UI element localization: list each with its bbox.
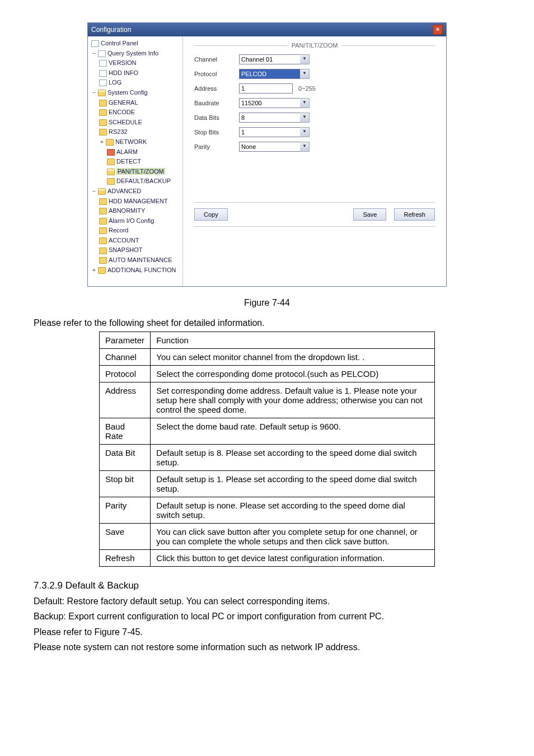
func-cell: Select the dome baud rate. Default setup… xyxy=(151,418,435,445)
folder-icon xyxy=(99,129,107,136)
chevron-down-icon[interactable]: ▼ xyxy=(300,54,310,64)
tree-query[interactable]: Query System Info xyxy=(107,50,158,57)
channel-label: Channel xyxy=(194,56,239,63)
tree-advanced[interactable]: ADVANCED xyxy=(107,188,141,194)
gear-icon xyxy=(98,188,106,195)
protocol-select[interactable] xyxy=(239,69,301,79)
section-heading: 7.3.2.9 Default & Backup xyxy=(34,580,500,591)
doc-icon xyxy=(99,80,107,86)
tree-item[interactable]: HDD MANAGEMENT xyxy=(99,197,181,207)
folder-icon xyxy=(99,237,107,244)
tree-item[interactable]: AUTO MAINTENANCE xyxy=(99,255,181,265)
baudrate-select[interactable] xyxy=(239,98,301,108)
folder-icon xyxy=(99,218,107,225)
folder-icon xyxy=(98,90,106,96)
channel-select[interactable] xyxy=(239,54,301,64)
databits-label: Data Bits xyxy=(194,114,239,121)
parity-select[interactable] xyxy=(239,142,301,152)
table-row: ChannelYou can select monitor channel fr… xyxy=(100,349,435,366)
save-button[interactable]: Save xyxy=(353,208,386,221)
func-cell: Set corresponding dome address. Default … xyxy=(151,382,435,418)
tree-item[interactable]: DEFAULT/BACKUP xyxy=(107,176,181,186)
param-cell: Channel xyxy=(100,349,151,366)
folder-icon xyxy=(99,100,107,106)
tree-addfunc[interactable]: ADDTIONAL FUNCTION xyxy=(107,267,176,273)
refresh-button[interactable]: Refresh xyxy=(394,208,435,221)
address-input[interactable] xyxy=(239,83,293,94)
tree-item[interactable]: GENERAL xyxy=(99,98,181,108)
body-text: Default: Restore factory default setup. … xyxy=(34,595,500,608)
button-bar: Copy Save Refresh xyxy=(194,202,435,227)
stopbits-select[interactable] xyxy=(239,127,301,137)
tree-item[interactable]: ALARM xyxy=(107,147,181,157)
param-cell: Refresh xyxy=(100,550,151,567)
chevron-down-icon[interactable]: ▼ xyxy=(300,113,310,123)
param-cell: Baud Rate xyxy=(100,418,151,445)
table-row: RefreshClick this button to get device l… xyxy=(100,550,435,567)
table-row: ParityDefault setup is none. Please set … xyxy=(100,497,435,524)
folder-icon xyxy=(106,139,114,146)
doc-icon xyxy=(99,70,107,77)
body-text: Please note system can not restore some … xyxy=(34,641,500,654)
tree-item[interactable]: SNAPSHOT xyxy=(99,245,181,255)
body-text: Backup: Export current configuration to … xyxy=(34,610,500,623)
body-text: Please refer to Figure 7-45. xyxy=(34,626,500,638)
func-cell: You can select monitor channel from the … xyxy=(151,349,435,366)
window-titlebar: Configuration × xyxy=(88,23,446,36)
tree-item[interactable]: ENCODE xyxy=(99,108,181,118)
param-cell: Save xyxy=(100,524,151,550)
table-row: ProtocolSelect the corresponding dome pr… xyxy=(100,366,435,382)
databits-select[interactable] xyxy=(239,113,301,123)
chevron-down-icon[interactable]: ▼ xyxy=(300,142,310,152)
tree-item[interactable]: LOG xyxy=(99,78,181,88)
tree-item[interactable]: VERSION xyxy=(99,58,181,68)
tree-item[interactable]: DETECT xyxy=(107,157,181,167)
nav-tree: Control Panel −Query System Info VERSION… xyxy=(88,36,183,286)
baudrate-label: Baudrate xyxy=(194,100,239,106)
param-cell: Stop bit xyxy=(100,471,151,497)
folder-icon xyxy=(99,257,107,264)
config-window: Configuration × Control Panel −Query Sys… xyxy=(87,22,447,287)
chevron-down-icon[interactable]: ▼ xyxy=(300,127,310,137)
tree-root[interactable]: Control Panel xyxy=(91,39,181,49)
func-cell: Select the corresponding dome protocol.(… xyxy=(151,366,435,382)
tree-item[interactable]: HDD INFO xyxy=(99,68,181,78)
table-row: Data BitDefault setup is 8. Please set a… xyxy=(100,445,435,471)
folder-icon xyxy=(99,248,107,254)
chevron-down-icon[interactable]: ▼ xyxy=(300,69,310,79)
tree-item-ptz[interactable]: PAN/TILT/ZOOM xyxy=(107,167,181,177)
func-cell: You can click save button after you comp… xyxy=(151,524,435,550)
content-pane: PAN/TILT/ZOOM Channel ▼ Protocol ▼ Addre… xyxy=(183,36,446,286)
folder-icon xyxy=(99,119,107,126)
tree-item[interactable]: ABNORMITY xyxy=(99,206,181,216)
table-row: SaveYou can click save button after you … xyxy=(100,524,435,550)
folder-icon xyxy=(107,149,115,156)
tree-sysconfig[interactable]: System Config xyxy=(107,89,148,96)
col-header-func: Function xyxy=(151,332,435,349)
doc-icon xyxy=(98,50,106,57)
folder-open-icon xyxy=(107,169,115,175)
func-cell: Default setup is 1. Please set according… xyxy=(151,471,435,497)
tree-network[interactable]: NETWORK xyxy=(115,138,147,145)
tree-item[interactable]: ACCOUNT xyxy=(99,236,181,246)
folder-icon xyxy=(107,178,115,185)
stopbits-label: Stop Bits xyxy=(194,129,239,136)
chevron-down-icon[interactable]: ▼ xyxy=(300,98,310,108)
folder-icon xyxy=(107,158,115,165)
panel-icon xyxy=(91,40,99,47)
tree-item[interactable]: Alarm I/O Config xyxy=(99,216,181,226)
copy-button[interactable]: Copy xyxy=(194,208,228,221)
tree-item[interactable]: Record xyxy=(99,226,181,236)
folder-icon xyxy=(98,267,106,274)
param-cell: Address xyxy=(100,382,151,418)
close-icon[interactable]: × xyxy=(433,25,443,35)
address-label: Address xyxy=(194,85,239,92)
window-title: Configuration xyxy=(91,26,131,34)
table-row: Stop bitDefault setup is 1. Please set a… xyxy=(100,471,435,497)
table-row: Baud RateSelect the dome baud rate. Defa… xyxy=(100,418,435,445)
tree-item[interactable]: SCHEDULE xyxy=(99,118,181,128)
param-cell: Protocol xyxy=(100,366,151,382)
tree-item[interactable]: RS232 xyxy=(99,127,181,137)
folder-icon xyxy=(99,227,107,234)
param-cell: Parity xyxy=(100,497,151,524)
